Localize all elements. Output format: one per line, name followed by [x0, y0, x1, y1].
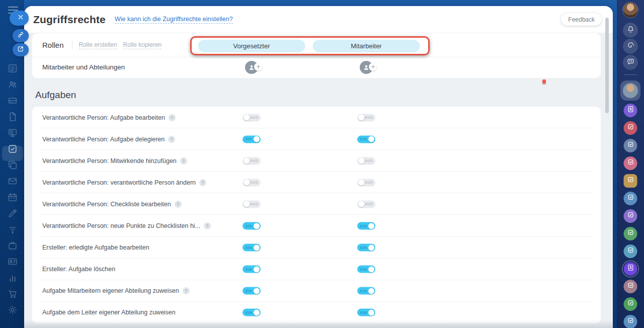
toggle-state-label: AUS [365, 181, 373, 184]
focus-button[interactable] [623, 39, 638, 54]
chat-item[interactable] [624, 209, 637, 223]
chat-item[interactable] [624, 315, 637, 328]
sidebar-item-contact-center[interactable] [7, 256, 19, 268]
permission-label: Verantwortliche Person: Checkliste bearb… [42, 201, 171, 208]
help-icon[interactable] [168, 136, 175, 143]
sidebar-item-settings[interactable] [7, 304, 19, 316]
toggle-mitarbeiter[interactable]: AUS [357, 114, 375, 121]
sidebar-item-market[interactable] [7, 240, 19, 252]
task-icon [626, 193, 634, 203]
toggle-mitarbeiter[interactable]: AUS [357, 157, 375, 165]
create-role-button[interactable]: Rolle erstellen [79, 41, 117, 49]
help-icon[interactable] [175, 201, 182, 208]
toggle-knob [358, 180, 364, 186]
toggle-knob [358, 201, 364, 207]
toggle-vorgesetzter[interactable]: AUS [243, 200, 261, 208]
chat-item[interactable] [624, 280, 637, 293]
avatar [623, 83, 638, 98]
add-member-vorgesetzter-button[interactable] [245, 61, 258, 74]
toggle-vorgesetzter[interactable]: EIN [243, 309, 261, 316]
toggle-mitarbeiter[interactable]: EIN [357, 266, 375, 273]
toggle-mitarbeiter[interactable]: AUS [357, 200, 375, 208]
toggle-vorgesetzter[interactable]: EIN [243, 266, 261, 273]
toggle-state-label: EIN [246, 137, 252, 141]
toggle-vorgesetzter[interactable]: AUS [243, 157, 261, 165]
chat-item[interactable] [624, 297, 637, 311]
permission-row: Verantwortliche Person: Mitwirkende hinz… [32, 150, 601, 172]
toggle-vorgesetzter[interactable]: AUS [243, 179, 261, 186]
toggle-mitarbeiter[interactable]: EIN [357, 222, 375, 230]
toggle-state-label: EIN [246, 268, 252, 271]
chat-item[interactable] [624, 156, 637, 170]
sidebar-item-calendar[interactable] [7, 192, 19, 204]
chat-item[interactable] [624, 121, 637, 135]
sales-funnel-icon [7, 228, 18, 236]
toggle-mitarbeiter[interactable]: AUS [357, 179, 375, 186]
toggle-state-label: AUS [250, 181, 258, 184]
profile-avatar[interactable] [623, 3, 638, 18]
feedback-button[interactable]: Feedback [561, 13, 602, 26]
permission-row: Aufgabe dem Leiter eigener Abteilung zuw… [32, 302, 601, 323]
sidebar-item-projects[interactable] [7, 159, 19, 172]
close-panel-button[interactable] [10, 11, 29, 26]
toggle-knob [368, 288, 374, 294]
panel-header: Zugriffsrechte Wie kann ich die Zugriffs… [24, 6, 613, 33]
copy-role-button[interactable]: Rolle kopieren [123, 41, 162, 49]
toggle-vorgesetzter[interactable]: EIN [243, 135, 261, 143]
sidebar-item-analytics[interactable] [7, 272, 19, 284]
toggle-mitarbeiter[interactable]: EIN [357, 309, 375, 316]
sidebar-item-tasks[interactable] [7, 143, 19, 155]
permission-row: Verantwortliche Person: neue Punkte zu C… [32, 215, 601, 236]
open-in-new-button[interactable] [13, 43, 29, 56]
sidebar-item-documents[interactable] [7, 111, 19, 123]
bell-button[interactable] [623, 23, 638, 38]
active-chat-avatar[interactable] [620, 80, 640, 101]
help-link[interactable]: Wie kann ich die Zugriffsrechte einstell… [115, 16, 233, 24]
toggle-knob [368, 136, 374, 142]
chat-item[interactable] [624, 192, 637, 205]
task-icon [626, 176, 634, 186]
sidebar-item-employees[interactable] [7, 79, 19, 91]
focus-icon [626, 41, 635, 52]
sidebar-item-mail[interactable] [7, 176, 19, 188]
help-icon[interactable] [180, 157, 187, 165]
sidebar-item-shop[interactable] [7, 288, 19, 300]
documents-icon [7, 115, 18, 124]
chat-item[interactable] [624, 227, 637, 240]
external-link-icon [17, 45, 24, 54]
sidebar-item-drive[interactable] [7, 95, 19, 107]
toggle-state-label: EIN [246, 246, 252, 250]
sidebar-item-crm[interactable] [7, 208, 19, 220]
sidebar-item-video[interactable] [7, 127, 19, 139]
link-icon [17, 31, 24, 40]
chat-item[interactable] [624, 244, 637, 258]
sidebar-item-feed[interactable] [7, 63, 19, 75]
role-column-mitarbeiter[interactable]: Mitarbeiter [313, 40, 420, 52]
copy-link-button[interactable] [13, 29, 29, 42]
toggle-mitarbeiter[interactable]: EIN [357, 244, 375, 252]
app-root: { "header": { "title": "Zugriffsrechte",… [0, 0, 644, 328]
chat-item[interactable] [624, 139, 637, 152]
toggle-knob [368, 309, 374, 315]
help-icon[interactable] [204, 222, 211, 229]
permission-label: Ersteller: erledigte Aufgabe bearbeiten [42, 244, 149, 251]
help-icon[interactable] [199, 179, 206, 186]
scrollbar-thumb[interactable] [605, 18, 609, 113]
toggle-vorgesetzter[interactable]: EIN [243, 222, 261, 230]
chat-item[interactable] [624, 174, 637, 188]
toggle-vorgesetzter[interactable]: EIN [243, 287, 261, 295]
permission-label: Ersteller: Aufgabe löschen [42, 266, 115, 273]
help-icon[interactable] [169, 114, 176, 121]
chat-item[interactable] [624, 104, 637, 117]
toggle-mitarbeiter[interactable]: EIN [357, 287, 375, 295]
toggle-mitarbeiter[interactable]: EIN [357, 135, 375, 143]
toggle-vorgesetzter[interactable]: AUS [243, 114, 261, 121]
chat-button[interactable] [623, 55, 638, 70]
toggle-vorgesetzter[interactable]: EIN [243, 244, 261, 252]
add-member-mitarbeiter-button[interactable] [360, 61, 373, 74]
help-icon[interactable] [183, 287, 190, 294]
sidebar-item-sales-funnel[interactable] [7, 224, 19, 236]
role-column-vorgesetzter[interactable]: Vorgesetzter [198, 40, 305, 52]
chat-item[interactable] [624, 262, 637, 276]
permission-row: Ersteller: Aufgabe löschen EIN EIN [32, 259, 601, 280]
